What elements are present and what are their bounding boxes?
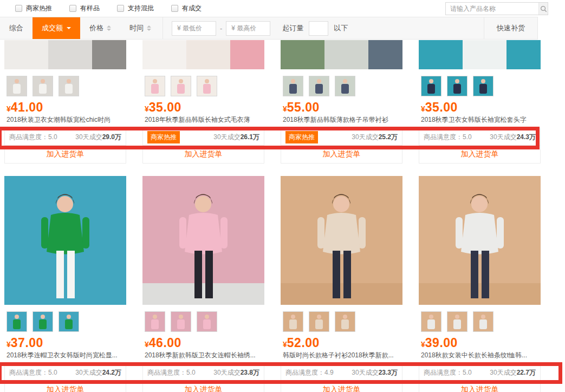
product-title[interactable]: 2018秋季连帽卫衣女韩版时尚宽松显... [4, 350, 126, 360]
quick-restock-button[interactable]: 快速补货 [484, 17, 537, 39]
deals-30d: 30天成交25.2万 [352, 133, 398, 142]
product-title[interactable]: 2018秋款女装中长款长袖条纹t恤韩... [419, 350, 541, 360]
currency-symbol: ¥ [145, 340, 149, 349]
sort-comprehensive[interactable]: 综合 [0, 17, 33, 39]
product-thumbnail[interactable] [59, 76, 79, 96]
card-bottom: 商品满意度：5.0 30天成交24.3万 加入进货单 [419, 128, 541, 164]
sort-time[interactable]: 时间 [120, 17, 160, 39]
product-thumbnail[interactable] [145, 311, 165, 332]
product-thumbnail[interactable] [283, 76, 303, 96]
add-to-cart-button[interactable]: 加入进货单 [461, 149, 499, 159]
product-card: ¥41.00 2018秋装卫衣女潮韩版宽松chic时尚 商品满意度：5.0 30… [4, 40, 126, 164]
product-card: ¥55.00 2018秋季新品韩版薄款格子吊带衬衫 商家热推 30天成交25.2… [281, 40, 402, 164]
checkbox-icon[interactable] [15, 5, 22, 12]
product-photo-cropped[interactable] [4, 40, 126, 69]
product-thumbnail[interactable] [447, 76, 467, 96]
checkbox-icon[interactable] [171, 5, 178, 12]
add-to-cart-button[interactable]: 加入进货单 [47, 385, 85, 392]
sort-label: 成交额 [42, 17, 63, 39]
product-thumbnail[interactable] [59, 311, 79, 332]
satisfaction-label: 商品满意度： [424, 369, 463, 376]
product-price: ¥35.00 [142, 96, 264, 115]
currency-symbol: ¥ [283, 104, 287, 113]
satisfaction: 商品满意度：5.0 [9, 368, 57, 377]
product-title[interactable]: 2018秋装卫衣女潮韩版宽松chic时尚 [4, 115, 126, 124]
thumbnail-strip [281, 69, 402, 96]
product-title[interactable]: 2018秋季新品韩版薄款格子吊带衬衫 [281, 115, 402, 124]
checkbox-icon[interactable] [117, 5, 124, 12]
currency-symbol: ¥ [283, 340, 287, 349]
add-to-cart-button[interactable]: 加入进货单 [323, 149, 361, 159]
product-title[interactable]: 2018年秋季新品韩版长袖女式毛衣薄 [142, 115, 264, 124]
product-photo-cropped[interactable] [142, 40, 264, 69]
product-thumbnail[interactable] [335, 76, 355, 96]
divider [163, 17, 163, 39]
checkbox-mixed-batch[interactable]: 支持混批 [117, 4, 154, 13]
product-thumbnail[interactable] [473, 76, 493, 96]
product-stats: 商品满意度：5.0 30天成交24.3万 [419, 129, 540, 145]
checkbox-icon[interactable] [69, 5, 76, 12]
product-price: ¥46.00 [142, 332, 264, 350]
product-thumbnail[interactable] [197, 76, 217, 96]
product-thumbnail[interactable] [283, 311, 303, 332]
product-thumbnail[interactable] [309, 76, 329, 96]
sort-deal-amount[interactable]: 成交额 [33, 17, 80, 39]
search-input[interactable] [446, 3, 538, 15]
checkbox-has-sample[interactable]: 有样品 [69, 4, 100, 13]
product-thumbnail[interactable] [197, 311, 217, 332]
add-to-cart-button[interactable]: 加入进货单 [185, 385, 223, 392]
product-thumbnail[interactable] [33, 76, 53, 96]
product-photo[interactable] [281, 176, 402, 305]
product-thumbnail[interactable] [421, 76, 441, 96]
thumbnail-strip [142, 69, 264, 96]
product-title[interactable]: 韩版时尚长款格子衬衫2018秋季新款... [281, 350, 402, 360]
price-max-input[interactable] [226, 21, 270, 36]
product-price: ¥37.00 [4, 332, 126, 350]
price-min-input[interactable] [172, 21, 216, 36]
satisfaction-value: 5.0 [48, 369, 57, 376]
add-to-cart-button[interactable]: 加入进货单 [461, 385, 499, 392]
deal-prefix: 30天成交 [213, 369, 240, 376]
deals-30d: 30天成交23.8万 [213, 368, 259, 377]
product-thumbnail[interactable] [335, 311, 355, 332]
checkbox-has-deals[interactable]: 有成交 [171, 4, 202, 13]
product-photo[interactable] [419, 176, 541, 305]
product-thumbnail[interactable] [171, 311, 191, 332]
product-photo-cropped[interactable] [281, 40, 402, 69]
product-thumbnail[interactable] [145, 76, 165, 96]
deal-value: 24.2万 [102, 369, 121, 376]
product-thumbnail[interactable] [33, 311, 53, 332]
product-thumbnail[interactable] [7, 76, 27, 96]
product-title[interactable]: 2018秋季新款韩版卫衣女连帽长袖绣... [142, 350, 264, 360]
hot-badge: 商家热推 [147, 131, 180, 143]
product-thumbnail[interactable] [473, 311, 493, 332]
deal-prefix: 30天成交 [352, 133, 378, 141]
add-to-cart-button[interactable]: 加入进货单 [47, 149, 85, 159]
satisfaction-value: 5.0 [48, 133, 57, 141]
product-photo[interactable] [142, 176, 264, 305]
chevron-down-icon [67, 27, 71, 31]
min-order-input[interactable] [309, 21, 328, 36]
product-title[interactable]: 2018秋季卫衣女韩版长袖宽松套头字 [419, 115, 541, 124]
satisfaction-value: 4.9 [324, 369, 334, 376]
product-thumbnail[interactable] [7, 311, 27, 332]
sort-price[interactable]: 价格 [80, 17, 120, 39]
search-button[interactable] [538, 3, 548, 15]
product-thumbnail[interactable] [447, 311, 467, 332]
price-value: 35.00 [149, 100, 181, 114]
product-thumbnail[interactable] [309, 311, 329, 332]
checkbox-merchant-hot[interactable]: 商家热推 [15, 4, 52, 13]
deal-prefix: 30天成交 [352, 369, 378, 376]
button-row: 加入进货单 [143, 145, 264, 163]
product-photo-cropped[interactable] [419, 40, 541, 69]
product-card: ¥37.00 2018秋季连帽卫衣女韩版时尚宽松显... 商品满意度：5.0 3… [4, 176, 126, 392]
card-bottom: 商品满意度：5.0 30天成交24.2万 加入进货单 [4, 364, 126, 392]
product-thumbnail[interactable] [421, 311, 441, 332]
product-thumbnail[interactable] [171, 76, 191, 96]
add-to-cart-button[interactable]: 加入进货单 [185, 149, 223, 159]
product-photo[interactable] [4, 176, 126, 305]
product-card: ¥52.00 韩版时尚长款格子衬衫2018秋季新款... 商品满意度：4.9 3… [281, 176, 402, 392]
add-to-cart-button[interactable]: 加入进货单 [323, 385, 361, 392]
product-stats: 商品满意度：5.0 30天成交23.8万 [143, 364, 264, 381]
card-bottom: 商品满意度：5.0 30天成交23.8万 加入进货单 [142, 364, 264, 392]
